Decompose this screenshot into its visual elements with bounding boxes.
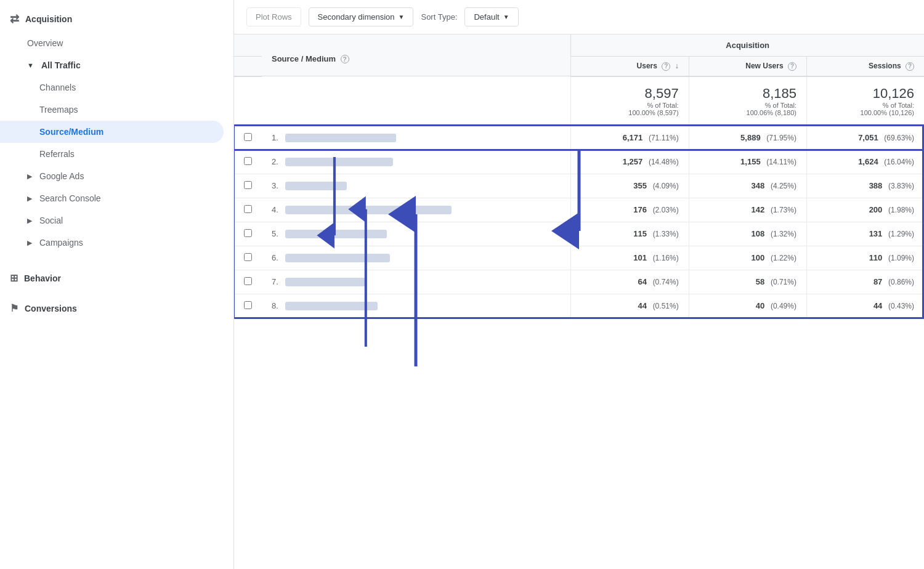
row4-num: 4. xyxy=(272,205,283,214)
row7-checkbox[interactable] xyxy=(244,277,252,285)
row6-sessions-value: 110 xyxy=(869,253,883,262)
sessions-help-icon[interactable]: ? xyxy=(906,62,914,71)
row6-sessions-pct: (1.09%) xyxy=(888,254,914,262)
totals-users-pct-val: 100.00% (8,597) xyxy=(581,109,678,116)
row2-sessions-cell: 1,624 (16.04%) xyxy=(806,150,924,174)
row3-checkbox[interactable] xyxy=(244,181,252,189)
row2-new-users-cell: 1,155 (14.11%) xyxy=(689,150,806,174)
row7-checkbox-cell[interactable] xyxy=(234,270,262,294)
row1-checkbox-cell[interactable] xyxy=(234,126,262,150)
row2-sessions-pct: (16.04%) xyxy=(884,158,914,166)
sidebar-item-referrals[interactable]: Referrals xyxy=(0,143,224,165)
sidebar-item-label: Referrals xyxy=(39,149,75,159)
sidebar-item-social[interactable]: ▶ Social xyxy=(0,209,224,232)
data-table: Source / Medium ? Acquisition Users ? ↓ xyxy=(234,34,924,318)
sidebar-item-label: Acquisition xyxy=(25,14,72,24)
totals-sessions-pct-label: % of Total: xyxy=(817,102,914,109)
row1-checkbox[interactable] xyxy=(244,133,252,141)
secondary-dimension-dropdown[interactable]: Secondary dimension ▼ xyxy=(309,7,414,26)
sidebar-item-acquisition[interactable]: ⇄ Acquisition xyxy=(0,6,224,32)
row3-sessions-value: 388 xyxy=(869,181,883,190)
users-col-header[interactable]: Users ? ↓ xyxy=(571,57,689,76)
table-container: Source / Medium ? Acquisition Users ? ↓ xyxy=(234,34,924,569)
row5-users-cell: 115 (1.33%) xyxy=(571,222,689,246)
row3-checkbox-cell[interactable] xyxy=(234,174,262,198)
row8-checkbox[interactable] xyxy=(244,301,252,309)
behavior-icon: ⊞ xyxy=(10,272,18,284)
secondary-dimension-label: Secondary dimension xyxy=(318,12,395,22)
row8-checkbox-cell[interactable] xyxy=(234,294,262,318)
row8-users-pct: (0.51%) xyxy=(653,302,679,310)
totals-sessions-pct-val: 100.00% (10,126) xyxy=(817,109,914,116)
sidebar-item-treemaps[interactable]: Treemaps xyxy=(0,99,224,121)
row2-checkbox[interactable] xyxy=(244,157,252,165)
sidebar-item-label: Search Console xyxy=(39,193,101,203)
row6-checkbox[interactable] xyxy=(244,253,252,261)
row4-users-pct: (2.03%) xyxy=(653,206,679,214)
table-row: 8. 44 (0.51%) 40 (0.49%) 44 (0.43%) xyxy=(234,294,924,318)
row2-checkbox-cell[interactable] xyxy=(234,150,262,174)
sidebar-item-label: Channels xyxy=(39,83,76,92)
row5-checkbox[interactable] xyxy=(244,229,252,237)
row4-new-users-pct: (1.73%) xyxy=(771,206,796,214)
sessions-col-header[interactable]: Sessions ? xyxy=(806,57,924,76)
sidebar-item-channels[interactable]: Channels xyxy=(0,76,224,99)
sidebar-item-source-medium[interactable]: Source/Medium xyxy=(0,121,224,143)
row6-new-users-cell: 100 (1.22%) xyxy=(689,246,806,270)
users-help-icon[interactable]: ? xyxy=(662,62,670,71)
row6-users-value: 101 xyxy=(633,253,647,262)
sidebar-item-label: Conversions xyxy=(25,304,77,313)
sidebar-item-behavior[interactable]: ⊞ Behavior xyxy=(0,266,224,290)
sidebar-item-all-traffic[interactable]: ▼ All Traffic xyxy=(0,54,224,76)
row8-sessions-pct: (0.43%) xyxy=(888,302,914,310)
sidebar-item-conversions[interactable]: ⚑ Conversions xyxy=(0,296,224,320)
row3-sessions-cell: 388 (3.83%) xyxy=(806,174,924,198)
row7-source-cell: 7. xyxy=(262,270,571,294)
row7-source-blurred xyxy=(285,278,365,286)
row6-users-cell: 101 (1.16%) xyxy=(571,246,689,270)
row1-sessions-value: 7,051 xyxy=(858,133,878,142)
row1-source-cell: 1. xyxy=(262,126,571,150)
row7-users-cell: 64 (0.74%) xyxy=(571,270,689,294)
row7-num: 7. xyxy=(272,277,283,286)
row5-users-value: 115 xyxy=(633,229,647,238)
row2-new-users-pct: (14.11%) xyxy=(766,158,796,166)
row3-new-users-value: 348 xyxy=(752,181,765,190)
row6-new-users-pct: (1.22%) xyxy=(771,254,796,262)
row4-new-users-cell: 142 (1.73%) xyxy=(689,198,806,222)
row4-checkbox-cell[interactable] xyxy=(234,198,262,222)
row4-checkbox[interactable] xyxy=(244,205,252,213)
row6-source-blurred xyxy=(285,254,390,262)
row6-checkbox-cell[interactable] xyxy=(234,246,262,270)
new-users-help-icon[interactable]: ? xyxy=(788,62,796,71)
sidebar-item-google-ads[interactable]: ▶ Google Ads xyxy=(0,165,224,187)
plot-rows-button[interactable]: Plot Rows xyxy=(246,7,301,26)
row6-source-cell: 6. xyxy=(262,246,571,270)
row2-source-blurred xyxy=(285,158,393,166)
row3-num: 3. xyxy=(272,181,283,190)
totals-new-users-value: 8,185 xyxy=(699,86,796,102)
row7-users-value: 64 xyxy=(638,277,647,286)
table-row: 3. 355 (4.09%) 348 (4.25%) 388 (3.83%) xyxy=(234,174,924,198)
sidebar-item-overview[interactable]: Overview xyxy=(0,32,224,54)
table-row: 6. 101 (1.16%) 100 (1.22%) 110 (1.09%) xyxy=(234,246,924,270)
sort-type-label: Sort Type: xyxy=(421,12,457,22)
conversions-icon: ⚑ xyxy=(10,302,18,314)
row5-new-users-value: 108 xyxy=(752,229,765,238)
totals-sessions-cell: 10,126 % of Total: 100.00% (10,126) xyxy=(806,76,924,126)
source-medium-help-icon[interactable]: ? xyxy=(341,55,349,63)
sidebar-item-label: Campaigns xyxy=(39,238,83,248)
sidebar-item-campaigns[interactable]: ▶ Campaigns xyxy=(0,232,224,254)
new-users-col-header[interactable]: New Users ? xyxy=(689,57,806,76)
row6-users-pct: (1.16%) xyxy=(653,254,679,262)
sidebar-item-search-console[interactable]: ▶ Search Console xyxy=(0,187,224,209)
row6-sessions-cell: 110 (1.09%) xyxy=(806,246,924,270)
row6-new-users-value: 100 xyxy=(752,253,765,262)
row2-sessions-value: 1,624 xyxy=(858,157,878,166)
sort-dropdown-arrow-icon: ▼ xyxy=(503,14,509,20)
row8-new-users-pct: (0.49%) xyxy=(771,302,796,310)
sort-type-dropdown[interactable]: Default ▼ xyxy=(464,7,518,26)
row8-sessions-cell: 44 (0.43%) xyxy=(806,294,924,318)
row5-checkbox-cell[interactable] xyxy=(234,222,262,246)
row3-users-value: 355 xyxy=(633,181,647,190)
